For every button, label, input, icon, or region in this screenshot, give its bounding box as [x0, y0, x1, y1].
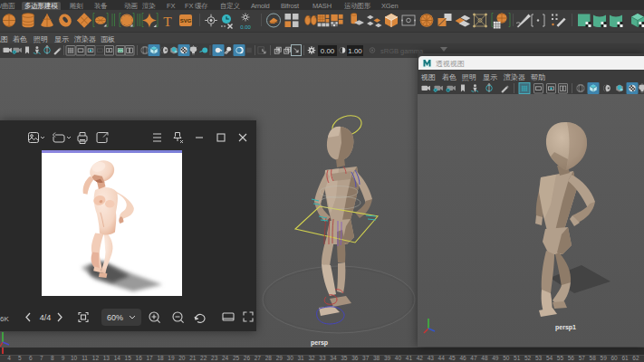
svg-text:1.00: 1.00 [348, 47, 362, 55]
svg-text:T: T [163, 14, 172, 29]
svg-text:0.00: 0.00 [321, 47, 335, 55]
svg-text:0.00: 0.00 [240, 24, 251, 30]
svg-text:60%: 60% [107, 313, 123, 322]
svg-text:6K: 6K [0, 315, 9, 323]
svg-text:4/4: 4/4 [40, 313, 52, 322]
svg-text:SVG: SVG [180, 18, 192, 24]
